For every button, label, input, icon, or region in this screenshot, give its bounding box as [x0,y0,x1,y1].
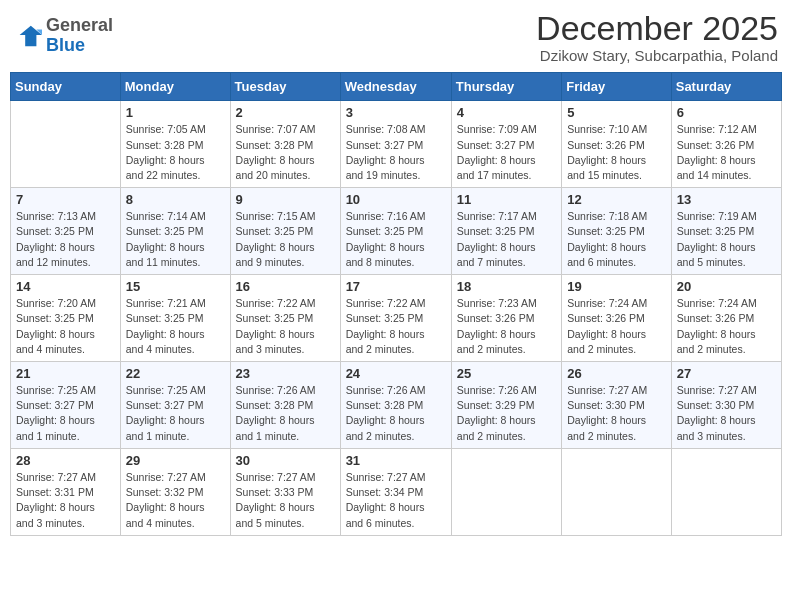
calendar-cell: 31Sunrise: 7:27 AMSunset: 3:34 PMDayligh… [340,448,451,535]
logo-general: General [46,16,113,36]
title-block: December 2025 Dzikow Stary, Subcarpathia… [536,10,778,64]
day-info: Sunrise: 7:20 AMSunset: 3:25 PMDaylight:… [16,296,115,357]
calendar-cell: 15Sunrise: 7:21 AMSunset: 3:25 PMDayligh… [120,275,230,362]
day-info: Sunrise: 7:22 AMSunset: 3:25 PMDaylight:… [346,296,446,357]
calendar-cell: 8Sunrise: 7:14 AMSunset: 3:25 PMDaylight… [120,188,230,275]
month-year-title: December 2025 [536,10,778,47]
day-header-tuesday: Tuesday [230,73,340,101]
day-number: 6 [677,105,776,120]
day-number: 13 [677,192,776,207]
calendar-cell: 4Sunrise: 7:09 AMSunset: 3:27 PMDaylight… [451,101,561,188]
calendar-cell: 11Sunrise: 7:17 AMSunset: 3:25 PMDayligh… [451,188,561,275]
day-number: 16 [236,279,335,294]
calendar-cell: 7Sunrise: 7:13 AMSunset: 3:25 PMDaylight… [11,188,121,275]
day-number: 28 [16,453,115,468]
day-info: Sunrise: 7:05 AMSunset: 3:28 PMDaylight:… [126,122,225,183]
day-number: 9 [236,192,335,207]
calendar-cell: 2Sunrise: 7:07 AMSunset: 3:28 PMDaylight… [230,101,340,188]
day-header-sunday: Sunday [11,73,121,101]
day-info: Sunrise: 7:17 AMSunset: 3:25 PMDaylight:… [457,209,556,270]
day-info: Sunrise: 7:15 AMSunset: 3:25 PMDaylight:… [236,209,335,270]
day-number: 1 [126,105,225,120]
day-header-saturday: Saturday [671,73,781,101]
day-number: 25 [457,366,556,381]
day-info: Sunrise: 7:27 AMSunset: 3:30 PMDaylight:… [677,383,776,444]
calendar-cell: 25Sunrise: 7:26 AMSunset: 3:29 PMDayligh… [451,362,561,449]
calendar-cell: 26Sunrise: 7:27 AMSunset: 3:30 PMDayligh… [562,362,672,449]
calendar-cell: 14Sunrise: 7:20 AMSunset: 3:25 PMDayligh… [11,275,121,362]
calendar-table: SundayMondayTuesdayWednesdayThursdayFrid… [10,72,782,535]
day-number: 4 [457,105,556,120]
day-info: Sunrise: 7:27 AMSunset: 3:33 PMDaylight:… [236,470,335,531]
day-info: Sunrise: 7:26 AMSunset: 3:29 PMDaylight:… [457,383,556,444]
day-number: 26 [567,366,666,381]
calendar-cell: 28Sunrise: 7:27 AMSunset: 3:31 PMDayligh… [11,448,121,535]
svg-marker-0 [20,26,42,47]
day-info: Sunrise: 7:07 AMSunset: 3:28 PMDaylight:… [236,122,335,183]
calendar-cell: 3Sunrise: 7:08 AMSunset: 3:27 PMDaylight… [340,101,451,188]
day-number: 18 [457,279,556,294]
page-header: General Blue December 2025 Dzikow Stary,… [10,10,782,64]
day-info: Sunrise: 7:08 AMSunset: 3:27 PMDaylight:… [346,122,446,183]
calendar-cell: 12Sunrise: 7:18 AMSunset: 3:25 PMDayligh… [562,188,672,275]
day-number: 3 [346,105,446,120]
day-info: Sunrise: 7:26 AMSunset: 3:28 PMDaylight:… [346,383,446,444]
calendar-cell: 9Sunrise: 7:15 AMSunset: 3:25 PMDaylight… [230,188,340,275]
calendar-cell: 16Sunrise: 7:22 AMSunset: 3:25 PMDayligh… [230,275,340,362]
calendar-cell [671,448,781,535]
day-info: Sunrise: 7:19 AMSunset: 3:25 PMDaylight:… [677,209,776,270]
day-header-monday: Monday [120,73,230,101]
calendar-header-row: SundayMondayTuesdayWednesdayThursdayFrid… [11,73,782,101]
day-info: Sunrise: 7:25 AMSunset: 3:27 PMDaylight:… [16,383,115,444]
day-number: 23 [236,366,335,381]
calendar-cell [11,101,121,188]
day-info: Sunrise: 7:16 AMSunset: 3:25 PMDaylight:… [346,209,446,270]
day-info: Sunrise: 7:14 AMSunset: 3:25 PMDaylight:… [126,209,225,270]
day-info: Sunrise: 7:09 AMSunset: 3:27 PMDaylight:… [457,122,556,183]
day-header-wednesday: Wednesday [340,73,451,101]
calendar-cell: 17Sunrise: 7:22 AMSunset: 3:25 PMDayligh… [340,275,451,362]
day-number: 5 [567,105,666,120]
calendar-cell: 1Sunrise: 7:05 AMSunset: 3:28 PMDaylight… [120,101,230,188]
calendar-cell: 10Sunrise: 7:16 AMSunset: 3:25 PMDayligh… [340,188,451,275]
day-info: Sunrise: 7:27 AMSunset: 3:32 PMDaylight:… [126,470,225,531]
day-number: 27 [677,366,776,381]
day-number: 17 [346,279,446,294]
day-info: Sunrise: 7:24 AMSunset: 3:26 PMDaylight:… [677,296,776,357]
day-number: 29 [126,453,225,468]
day-info: Sunrise: 7:23 AMSunset: 3:26 PMDaylight:… [457,296,556,357]
day-number: 14 [16,279,115,294]
day-number: 15 [126,279,225,294]
calendar-cell: 27Sunrise: 7:27 AMSunset: 3:30 PMDayligh… [671,362,781,449]
calendar-cell [451,448,561,535]
calendar-cell: 18Sunrise: 7:23 AMSunset: 3:26 PMDayligh… [451,275,561,362]
day-info: Sunrise: 7:10 AMSunset: 3:26 PMDaylight:… [567,122,666,183]
day-number: 19 [567,279,666,294]
calendar-cell [562,448,672,535]
location-subtitle: Dzikow Stary, Subcarpathia, Poland [536,47,778,64]
day-number: 7 [16,192,115,207]
calendar-week-row: 14Sunrise: 7:20 AMSunset: 3:25 PMDayligh… [11,275,782,362]
day-number: 20 [677,279,776,294]
day-number: 31 [346,453,446,468]
day-info: Sunrise: 7:13 AMSunset: 3:25 PMDaylight:… [16,209,115,270]
day-header-thursday: Thursday [451,73,561,101]
day-number: 11 [457,192,556,207]
logo-icon [14,22,42,50]
day-info: Sunrise: 7:27 AMSunset: 3:31 PMDaylight:… [16,470,115,531]
calendar-week-row: 7Sunrise: 7:13 AMSunset: 3:25 PMDaylight… [11,188,782,275]
day-info: Sunrise: 7:26 AMSunset: 3:28 PMDaylight:… [236,383,335,444]
calendar-cell: 29Sunrise: 7:27 AMSunset: 3:32 PMDayligh… [120,448,230,535]
day-header-friday: Friday [562,73,672,101]
day-number: 2 [236,105,335,120]
day-info: Sunrise: 7:21 AMSunset: 3:25 PMDaylight:… [126,296,225,357]
logo-text: General Blue [46,16,113,56]
day-info: Sunrise: 7:12 AMSunset: 3:26 PMDaylight:… [677,122,776,183]
calendar-cell: 21Sunrise: 7:25 AMSunset: 3:27 PMDayligh… [11,362,121,449]
logo-blue: Blue [46,36,113,56]
day-number: 12 [567,192,666,207]
logo: General Blue [14,16,113,56]
day-number: 24 [346,366,446,381]
day-info: Sunrise: 7:22 AMSunset: 3:25 PMDaylight:… [236,296,335,357]
calendar-cell: 5Sunrise: 7:10 AMSunset: 3:26 PMDaylight… [562,101,672,188]
